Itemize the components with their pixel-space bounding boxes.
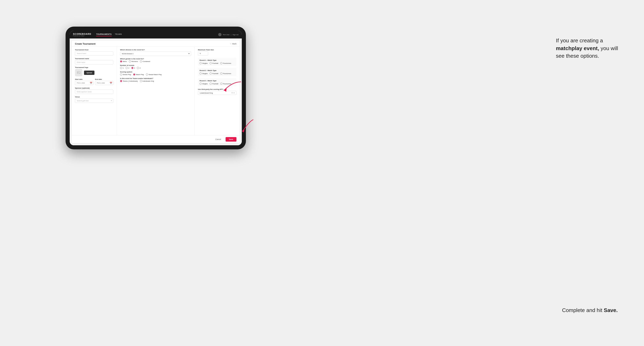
scoring-stroke-radio[interactable] [120, 73, 122, 75]
round3-singles-label: Singles [202, 83, 208, 85]
gender-combined[interactable]: Combined [140, 60, 150, 62]
venue-input[interactable] [75, 99, 113, 103]
tournament-name-input[interactable] [75, 60, 113, 64]
nav-links: TOURNAMENTS TEAMS [96, 33, 218, 36]
gender-mens-radio[interactable] [120, 60, 122, 62]
round1-fourball-radio[interactable] [210, 62, 212, 64]
form-title: Create Tournament [75, 42, 96, 45]
rounds-label: Number of rounds [120, 64, 191, 66]
max-team-size-label: Maximum Team Size [198, 49, 236, 51]
teams-individuals-radio[interactable] [140, 80, 142, 82]
scoring-medal-label: Medal Match Play [148, 74, 162, 75]
round1-foursomes-radio[interactable] [220, 62, 222, 64]
avatar [218, 33, 222, 36]
gender-label: Which gender is the event for? [120, 58, 191, 60]
division-field: Which division is the event for? NCAA Di… [120, 49, 191, 56]
round2-fourball[interactable]: Fourball [210, 72, 218, 74]
teams-radio-group: Teams (+Individuals) Individuals Only [120, 80, 191, 82]
form-container: Create Tournament ← Back Tournament Host… [72, 40, 240, 143]
round1-foursomes[interactable]: Foursomes [220, 62, 231, 64]
arrow-top [216, 80, 243, 94]
teams-field: Is this event for Teams and/or Individua… [120, 78, 191, 82]
scoring-field: Scoring system Stroke Play Match Play [120, 71, 191, 75]
nav-link-teams[interactable]: TEAMS [115, 33, 122, 36]
round3-singles-radio[interactable] [200, 83, 202, 85]
tournament-host-input[interactable] [75, 51, 113, 56]
scoring-medal-radio[interactable] [146, 73, 148, 75]
scoring-match[interactable]: Match Play [133, 73, 144, 75]
nav-logo: SCOREBOARD Powered by clippt [73, 33, 91, 36]
signout-link[interactable]: Sign out [232, 34, 238, 36]
form-body: Tournament Host Tournament name Tourname… [72, 46, 240, 135]
start-date-input-wrap: 📅 [75, 81, 94, 85]
rounds-3-radio[interactable] [131, 67, 134, 69]
back-button[interactable]: ← Back [230, 43, 236, 45]
max-team-size-field: Maximum Team Size [198, 49, 236, 56]
gender-mens[interactable]: Mens [120, 60, 127, 62]
save-button[interactable]: Save [226, 137, 236, 142]
svg-rect-0 [77, 71, 80, 74]
round2-singles-radio[interactable] [200, 72, 202, 74]
start-date-field: Start date 📅 [75, 78, 94, 85]
nav-right: Test User | Sign out [218, 33, 238, 36]
nav-bar: SCOREBOARD Powered by clippt TOURNAMENTS… [70, 31, 242, 38]
gender-radio-group: Mens Womens Combined [120, 60, 191, 62]
rounds-4[interactable]: 4 [137, 67, 140, 69]
rounds-1-radio[interactable] [120, 67, 122, 69]
round2-foursomes-radio[interactable] [220, 72, 222, 74]
tournament-logo-field: Tournament logo Upload [75, 66, 113, 76]
scoring-match-radio[interactable] [133, 73, 135, 75]
round2-title: Round 2 - Match Type [200, 70, 235, 71]
round1-title: Round 1 - Match Type [200, 59, 235, 61]
division-select[interactable]: NCAA Division I NCAA Division II NCAA Di… [120, 52, 191, 56]
teams-individuals-label: Individuals Only [142, 80, 154, 82]
rounds-4-radio[interactable] [137, 67, 139, 69]
sponsor-input[interactable] [75, 90, 113, 94]
logo-title: SCOREBOARD [73, 33, 91, 35]
round1-fourball[interactable]: Fourball [210, 62, 218, 64]
upload-button[interactable]: Upload [84, 71, 94, 75]
round3-singles[interactable]: Singles [200, 83, 208, 85]
calendar-icon-end: 📅 [110, 82, 112, 84]
nav-separator: | [231, 34, 231, 36]
tablet-screen: SCOREBOARD Powered by clippt TOURNAMENTS… [70, 31, 242, 145]
rounds-3[interactable]: 3 [131, 67, 135, 69]
round2-foursomes[interactable]: Foursomes [220, 72, 231, 74]
gender-womens-radio[interactable] [129, 60, 131, 62]
teams-teams-radio[interactable] [120, 80, 122, 82]
date-fields: Start date 📅 End date 📅 [75, 78, 113, 85]
rounds-2-radio[interactable] [126, 67, 128, 69]
annotation-top-text: If you are creating a matchplay event, y… [556, 37, 620, 60]
cancel-button[interactable]: Cancel [212, 137, 224, 142]
tournament-name-field: Tournament name [75, 58, 113, 64]
gender-combined-radio[interactable] [140, 60, 142, 62]
round1-singles-radio[interactable] [200, 62, 202, 64]
rounds-1[interactable]: 1 [120, 67, 124, 69]
scoring-stroke[interactable]: Stroke Play [120, 73, 131, 75]
max-team-size-input[interactable] [198, 51, 208, 56]
gender-field: Which gender is the event for? Mens Wome… [120, 58, 191, 62]
round1-singles[interactable]: Singles [200, 62, 208, 64]
teams-teams[interactable]: Teams (+Individuals) [120, 80, 138, 82]
tournament-logo-label: Tournament logo [75, 66, 113, 68]
teams-individuals[interactable]: Individuals Only [140, 80, 154, 82]
nav-link-tournaments[interactable]: TOURNAMENTS [96, 33, 112, 36]
gender-womens-label: Womens [132, 61, 138, 62]
scoring-medal[interactable]: Medal Match Play [146, 73, 162, 75]
round3-fourball-radio[interactable] [210, 83, 212, 85]
teams-teams-label: Teams (+Individuals) [123, 80, 138, 82]
round2-fourball-radio[interactable] [210, 72, 212, 74]
round2-foursomes-label: Foursomes [223, 73, 231, 74]
round1-singles-label: Singles [202, 62, 208, 64]
rounds-4-label: 4 [140, 67, 140, 69]
sponsor-field: Sponsor (optional) [75, 87, 113, 94]
round2-singles[interactable]: Singles [200, 72, 208, 74]
gender-womens[interactable]: Womens [129, 60, 138, 62]
round2-fourball-label: Fourball [212, 73, 218, 74]
form-col-left: Tournament Host Tournament name Tourname… [72, 46, 117, 135]
gender-combined-label: Combined [142, 61, 150, 62]
arrow-bottom [237, 118, 255, 134]
rounds-2[interactable]: 2 [126, 67, 129, 69]
venue-select-wrapper [75, 98, 113, 103]
logo-placeholder [75, 69, 82, 76]
